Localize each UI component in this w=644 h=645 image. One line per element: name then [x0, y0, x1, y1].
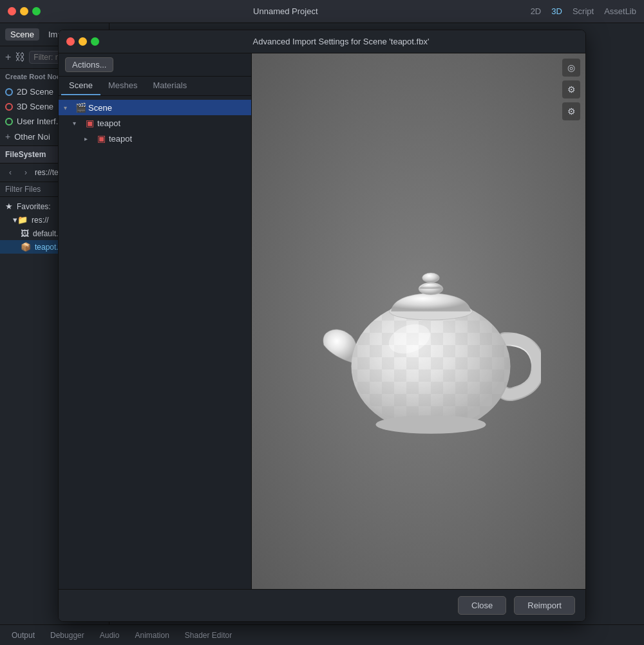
bottom-tab-output[interactable]: Output [5, 628, 41, 642]
teapot1-label: teapot [97, 118, 120, 128]
link-node-button[interactable]: ⛓ [15, 50, 25, 64]
preview-btn-1[interactable]: ◎ [562, 59, 580, 77]
title-bar: Unnamed Project 2D 3D Script AssetLib [0, 0, 644, 23]
modal-tree: ▾ 🎬 Scene ▾ ▣ teapot ▸ ▣ teapot [59, 96, 251, 589]
nav-back-button[interactable]: ‹ [4, 166, 17, 179]
svg-point-8 [422, 272, 440, 282]
modal-tab-materials[interactable]: Materials [145, 77, 194, 95]
app-title: Unnamed Project [46, 6, 526, 16]
folder-icon: ▾📁 [13, 215, 28, 225]
node-label-other: Other Noi [14, 132, 50, 142]
modal-body: Actions... Scene Meshes Materials ▾ 🎬 Sc… [59, 53, 585, 589]
preview-btn-3[interactable]: ⚙ [562, 102, 580, 120]
node-label-ui: User Interf... [17, 117, 63, 126]
res-label: res:// [32, 216, 49, 225]
close-button[interactable]: Close [458, 596, 506, 615]
modal-title-bar: Advanced Import Settings for Scene 'teap… [59, 30, 585, 53]
maximize-traffic-light[interactable] [32, 7, 41, 15]
expand-arrow-teapot2: ▸ [84, 135, 93, 142]
assetlib-button[interactable]: AssetLib [604, 6, 636, 16]
modal-close-button[interactable] [66, 37, 75, 46]
close-traffic-light[interactable] [8, 7, 16, 15]
modal-footer: Close Reimport [59, 589, 585, 621]
scene-icon: 🎬 [75, 102, 86, 113]
actions-button[interactable]: Actions... [65, 57, 113, 72]
teapot-preview [296, 198, 541, 445]
preview-btn-2[interactable]: ⚙ [562, 80, 580, 98]
tree-item-teapot1[interactable]: ▾ ▣ teapot [59, 115, 251, 131]
modal-preview: ◎ ⚙ ⚙ [252, 53, 585, 589]
sidebar-tab-scene[interactable]: Scene [5, 28, 39, 41]
modal-tabs: Scene Meshes Materials [59, 77, 251, 96]
modal-left-panel: Actions... Scene Meshes Materials ▾ 🎬 Sc… [59, 53, 252, 589]
add-node-button[interactable]: + [5, 50, 11, 64]
preview-controls: ◎ ⚙ ⚙ [562, 59, 580, 120]
bottom-tab-debugger[interactable]: Debugger [44, 628, 91, 642]
modal-traffic-lights [66, 37, 99, 46]
footer-buttons: Close Reimport [458, 596, 575, 615]
node-label-2d: 2D Scene [17, 87, 53, 97]
bottom-tab-animation[interactable]: Animation [128, 628, 175, 642]
2d-button[interactable]: 2D [531, 6, 542, 16]
tree-item-scene[interactable]: ▾ 🎬 Scene [59, 100, 251, 115]
bottom-tab-shader-editor[interactable]: Shader Editor [178, 628, 238, 642]
bottom-tab-audio[interactable]: Audio [93, 628, 126, 642]
modal-overlay: Advanced Import Settings for Scene 'teap… [0, 23, 644, 624]
file-icon-fbx: 📦 [21, 242, 31, 252]
plus-icon: + [5, 131, 10, 142]
minimize-traffic-light[interactable] [20, 7, 28, 15]
node-dot-ui [5, 118, 13, 126]
node-dot-2d [5, 88, 13, 96]
tree-item-teapot2[interactable]: ▸ ▣ teapot [59, 131, 251, 146]
scene-label: Scene [88, 103, 112, 113]
script-button[interactable]: Script [573, 6, 594, 16]
modal-title: Advanced Import Settings for Scene 'teap… [104, 37, 578, 46]
import-settings-modal: Advanced Import Settings for Scene 'teap… [58, 30, 586, 622]
modal-tab-meshes[interactable]: Meshes [100, 77, 146, 95]
mesh-icon-1: ▣ [84, 118, 95, 128]
modal-tab-scene[interactable]: Scene [61, 77, 100, 95]
modal-actions-bar: Actions... [59, 53, 251, 77]
star-icon: ★ [5, 201, 13, 211]
favorites-label: Favorites: [17, 202, 51, 211]
svg-point-9 [376, 415, 486, 434]
teapot2-label: teapot [109, 134, 132, 144]
node-label-3d: 3D Scene [17, 102, 53, 111]
modal-maximize-button[interactable] [91, 37, 99, 46]
bottom-panel: Output Debugger Audio Animation Shader E… [0, 624, 644, 645]
expand-arrow-scene: ▾ [64, 104, 73, 111]
3d-button[interactable]: 3D [551, 6, 562, 16]
title-bar-right: 2D 3D Script AssetLib [531, 6, 636, 16]
expand-arrow-teapot1: ▾ [73, 120, 82, 127]
node-dot-3d [5, 103, 13, 111]
nav-forward-button[interactable]: › [19, 166, 32, 179]
mesh-icon-2: ▣ [96, 133, 106, 144]
modal-minimize-button[interactable] [79, 37, 87, 46]
traffic-lights [8, 7, 41, 15]
reimport-button[interactable]: Reimport [514, 596, 575, 615]
file-icon-png: 🖼 [21, 229, 29, 238]
